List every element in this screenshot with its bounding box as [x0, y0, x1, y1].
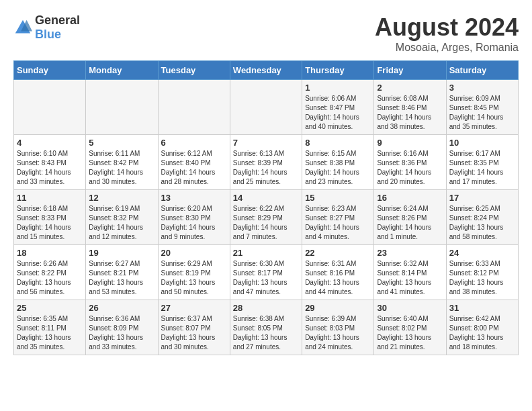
day-info: Sunrise: 6:32 AM Sunset: 8:14 PM Dayligh…	[377, 259, 443, 297]
day-number: 9	[377, 138, 443, 148]
weekday-header: Monday	[86, 61, 158, 80]
day-number: 22	[305, 248, 371, 258]
calendar-cell: 3Sunrise: 6:09 AM Sunset: 8:45 PM Daylig…	[446, 80, 518, 135]
subtitle: Mosoaia, Arges, Romania	[375, 42, 519, 54]
calendar-cell: 6Sunrise: 6:12 AM Sunset: 8:40 PM Daylig…	[158, 135, 230, 190]
weekday-header: Saturday	[446, 61, 518, 80]
calendar-cell: 20Sunrise: 6:29 AM Sunset: 8:19 PM Dayli…	[158, 245, 230, 300]
day-number: 8	[305, 138, 371, 148]
day-number: 1	[305, 83, 371, 93]
calendar-cell: 30Sunrise: 6:40 AM Sunset: 8:02 PM Dayli…	[374, 300, 446, 355]
day-info: Sunrise: 6:19 AM Sunset: 8:32 PM Dayligh…	[89, 204, 154, 242]
day-info: Sunrise: 6:26 AM Sunset: 8:22 PM Dayligh…	[17, 259, 83, 297]
calendar-cell: 11Sunrise: 6:18 AM Sunset: 8:33 PM Dayli…	[14, 190, 86, 245]
day-number: 18	[17, 248, 83, 258]
day-number: 12	[89, 193, 154, 203]
day-number: 29	[305, 303, 371, 313]
day-info: Sunrise: 6:33 AM Sunset: 8:12 PM Dayligh…	[449, 259, 515, 297]
calendar-week-row: 18Sunrise: 6:26 AM Sunset: 8:22 PM Dayli…	[14, 245, 519, 300]
logo-general-text: General	[35, 13, 80, 27]
weekday-header: Friday	[374, 61, 446, 80]
weekday-header-row: SundayMondayTuesdayWednesdayThursdayFrid…	[14, 61, 519, 80]
calendar-cell: 5Sunrise: 6:11 AM Sunset: 8:42 PM Daylig…	[86, 135, 158, 190]
day-number: 16	[377, 193, 443, 203]
calendar-cell: 17Sunrise: 6:25 AM Sunset: 8:24 PM Dayli…	[446, 190, 518, 245]
day-number: 28	[233, 303, 299, 313]
calendar-cell: 29Sunrise: 6:39 AM Sunset: 8:03 PM Dayli…	[302, 300, 374, 355]
weekday-header: Thursday	[302, 61, 374, 80]
title-block: August 2024 Mosoaia, Arges, Romania	[375, 13, 519, 54]
calendar-cell	[14, 80, 86, 135]
calendar-cell: 19Sunrise: 6:27 AM Sunset: 8:21 PM Dayli…	[86, 245, 158, 300]
calendar-cell: 1Sunrise: 6:06 AM Sunset: 8:47 PM Daylig…	[302, 80, 374, 135]
calendar-cell: 10Sunrise: 6:17 AM Sunset: 8:35 PM Dayli…	[446, 135, 518, 190]
calendar-week-row: 25Sunrise: 6:35 AM Sunset: 8:11 PM Dayli…	[14, 300, 519, 355]
day-info: Sunrise: 6:40 AM Sunset: 8:02 PM Dayligh…	[377, 314, 443, 352]
calendar-cell: 31Sunrise: 6:42 AM Sunset: 8:00 PM Dayli…	[446, 300, 518, 355]
day-number: 31	[449, 303, 515, 313]
calendar-cell: 23Sunrise: 6:32 AM Sunset: 8:14 PM Dayli…	[374, 245, 446, 300]
day-info: Sunrise: 6:18 AM Sunset: 8:33 PM Dayligh…	[17, 204, 83, 242]
day-number: 27	[161, 303, 227, 313]
day-info: Sunrise: 6:15 AM Sunset: 8:38 PM Dayligh…	[305, 149, 371, 187]
calendar-cell: 4Sunrise: 6:10 AM Sunset: 8:43 PM Daylig…	[14, 135, 86, 190]
day-info: Sunrise: 6:30 AM Sunset: 8:17 PM Dayligh…	[233, 259, 299, 297]
calendar-cell: 9Sunrise: 6:16 AM Sunset: 8:36 PM Daylig…	[374, 135, 446, 190]
day-number: 15	[305, 193, 371, 203]
calendar-cell: 22Sunrise: 6:31 AM Sunset: 8:16 PM Dayli…	[302, 245, 374, 300]
logo-blue-text: Blue	[35, 28, 61, 41]
calendar-cell: 2Sunrise: 6:08 AM Sunset: 8:46 PM Daylig…	[374, 80, 446, 135]
day-number: 4	[17, 138, 83, 148]
calendar-cell: 8Sunrise: 6:15 AM Sunset: 8:38 PM Daylig…	[302, 135, 374, 190]
calendar-week-row: 11Sunrise: 6:18 AM Sunset: 8:33 PM Dayli…	[14, 190, 519, 245]
calendar-cell	[86, 80, 158, 135]
day-info: Sunrise: 6:13 AM Sunset: 8:39 PM Dayligh…	[233, 149, 299, 187]
day-info: Sunrise: 6:16 AM Sunset: 8:36 PM Dayligh…	[377, 149, 443, 187]
calendar-cell: 16Sunrise: 6:24 AM Sunset: 8:26 PM Dayli…	[374, 190, 446, 245]
day-info: Sunrise: 6:12 AM Sunset: 8:40 PM Dayligh…	[161, 149, 227, 187]
calendar-cell: 28Sunrise: 6:38 AM Sunset: 8:05 PM Dayli…	[230, 300, 302, 355]
day-info: Sunrise: 6:39 AM Sunset: 8:03 PM Dayligh…	[305, 314, 371, 352]
day-number: 3	[449, 83, 515, 93]
calendar-cell: 14Sunrise: 6:22 AM Sunset: 8:29 PM Dayli…	[230, 190, 302, 245]
day-info: Sunrise: 6:25 AM Sunset: 8:24 PM Dayligh…	[449, 204, 515, 242]
day-number: 13	[161, 193, 227, 203]
day-info: Sunrise: 6:29 AM Sunset: 8:19 PM Dayligh…	[161, 259, 227, 297]
day-number: 30	[377, 303, 443, 313]
main-title: August 2024	[375, 13, 519, 42]
day-info: Sunrise: 6:06 AM Sunset: 8:47 PM Dayligh…	[305, 94, 371, 132]
day-info: Sunrise: 6:42 AM Sunset: 8:00 PM Dayligh…	[449, 314, 515, 352]
calendar-cell: 13Sunrise: 6:20 AM Sunset: 8:30 PM Dayli…	[158, 190, 230, 245]
calendar-table: SundayMondayTuesdayWednesdayThursdayFrid…	[13, 60, 519, 355]
logo: General Blue	[13, 13, 80, 42]
page-header: General Blue August 2024 Mosoaia, Arges,…	[13, 13, 519, 54]
calendar-week-row: 4Sunrise: 6:10 AM Sunset: 8:43 PM Daylig…	[14, 135, 519, 190]
calendar-cell: 25Sunrise: 6:35 AM Sunset: 8:11 PM Dayli…	[14, 300, 86, 355]
day-info: Sunrise: 6:11 AM Sunset: 8:42 PM Dayligh…	[89, 149, 154, 187]
calendar-cell	[158, 80, 230, 135]
day-info: Sunrise: 6:20 AM Sunset: 8:30 PM Dayligh…	[161, 204, 227, 242]
day-number: 14	[233, 193, 299, 203]
day-info: Sunrise: 6:36 AM Sunset: 8:09 PM Dayligh…	[89, 314, 154, 352]
day-info: Sunrise: 6:31 AM Sunset: 8:16 PM Dayligh…	[305, 259, 371, 297]
day-info: Sunrise: 6:22 AM Sunset: 8:29 PM Dayligh…	[233, 204, 299, 242]
day-number: 6	[161, 138, 227, 148]
calendar-cell: 7Sunrise: 6:13 AM Sunset: 8:39 PM Daylig…	[230, 135, 302, 190]
day-number: 20	[161, 248, 227, 258]
calendar-cell: 27Sunrise: 6:37 AM Sunset: 8:07 PM Dayli…	[158, 300, 230, 355]
weekday-header: Tuesday	[158, 61, 230, 80]
calendar-cell: 15Sunrise: 6:23 AM Sunset: 8:27 PM Dayli…	[302, 190, 374, 245]
calendar-cell: 12Sunrise: 6:19 AM Sunset: 8:32 PM Dayli…	[86, 190, 158, 245]
day-number: 19	[89, 248, 154, 258]
day-number: 10	[449, 138, 515, 148]
day-info: Sunrise: 6:27 AM Sunset: 8:21 PM Dayligh…	[89, 259, 154, 297]
day-number: 7	[233, 138, 299, 148]
logo-icon	[13, 18, 32, 37]
day-info: Sunrise: 6:24 AM Sunset: 8:26 PM Dayligh…	[377, 204, 443, 242]
day-info: Sunrise: 6:17 AM Sunset: 8:35 PM Dayligh…	[449, 149, 515, 187]
day-info: Sunrise: 6:35 AM Sunset: 8:11 PM Dayligh…	[17, 314, 83, 352]
day-info: Sunrise: 6:23 AM Sunset: 8:27 PM Dayligh…	[305, 204, 371, 242]
calendar-cell: 21Sunrise: 6:30 AM Sunset: 8:17 PM Dayli…	[230, 245, 302, 300]
calendar-week-row: 1Sunrise: 6:06 AM Sunset: 8:47 PM Daylig…	[14, 80, 519, 135]
day-number: 25	[17, 303, 83, 313]
